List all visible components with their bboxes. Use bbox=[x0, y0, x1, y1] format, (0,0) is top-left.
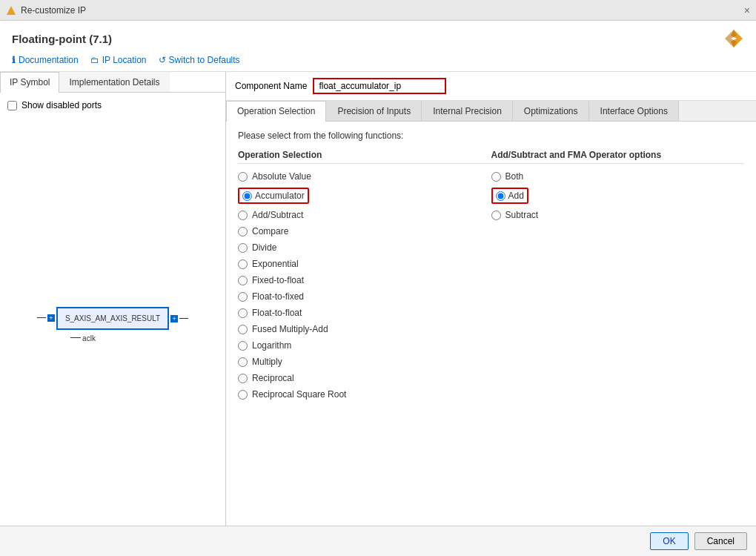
main-window: Floating-point (7.1) ℹ Documentation 🗀 I… bbox=[0, 21, 756, 556]
radio-compare-label: Compare bbox=[252, 226, 288, 236]
cancel-button[interactable]: Cancel bbox=[694, 532, 747, 550]
radio-multiply: Multiply bbox=[238, 357, 491, 367]
component-name-label: Component Name bbox=[235, 81, 307, 91]
window-header: Floating-point (7.1) ℹ Documentation 🗀 I… bbox=[0, 21, 756, 72]
op-col-header: Operation Selection bbox=[238, 150, 491, 164]
radio-fused-multiply-add: Fused Multiply-Add bbox=[238, 324, 491, 334]
right-port-plus: + bbox=[170, 315, 178, 322]
ok-button[interactable]: OK bbox=[650, 532, 688, 550]
radio-fixed-to-float-input[interactable] bbox=[238, 276, 248, 285]
radio-float-to-fixed: Float-to-fixed bbox=[238, 291, 491, 302]
radio-subtract: Subtract bbox=[491, 210, 745, 220]
operation-columns: Operation Selection Absolute Value Accum… bbox=[238, 150, 744, 406]
radio-logarithm: Logarithm bbox=[238, 340, 491, 351]
radio-reciprocal-input[interactable] bbox=[238, 374, 248, 383]
radio-float-to-fixed-input[interactable] bbox=[238, 292, 248, 302]
radio-fixed-to-float-label: Fixed-to-float bbox=[252, 275, 304, 285]
tab-precision-of-inputs[interactable]: Precision of Inputs bbox=[326, 101, 422, 121]
radio-reciprocal-square-root-input[interactable] bbox=[238, 390, 248, 400]
ip-block: S_AXIS_A M_AXIS_RESULT bbox=[56, 307, 169, 330]
accumulator-highlighted: Accumulator bbox=[238, 188, 309, 204]
xilinx-logo bbox=[723, 28, 744, 49]
radio-float-to-float: Float-to-float bbox=[238, 308, 491, 318]
radio-accumulator-input[interactable] bbox=[242, 191, 252, 201]
radio-add-subtract-label: Add/Subtract bbox=[252, 210, 303, 220]
info-icon: ℹ bbox=[12, 55, 16, 65]
titlebar-title: Re-customize IP bbox=[21, 5, 86, 16]
bottom-bar: OK Cancel bbox=[0, 526, 756, 556]
left-port-plus: + bbox=[47, 314, 55, 322]
radio-accumulator: Accumulator bbox=[238, 188, 491, 204]
radio-absolute-value: Absolute Value bbox=[238, 171, 491, 182]
left-tabs: IP Symbol Implementation Details bbox=[0, 72, 225, 93]
window-title-row: Floating-point (7.1) bbox=[12, 28, 744, 49]
app-icon bbox=[6, 5, 16, 16]
tab-implementation-details[interactable]: Implementation Details bbox=[59, 72, 169, 92]
radio-subtract-input[interactable] bbox=[491, 211, 501, 220]
radio-reciprocal: Reciprocal bbox=[238, 373, 491, 383]
ip-symbol-diagram: + S_AXIS_A M_AXIS_RESULT bbox=[7, 131, 218, 518]
please-select-text: Please select from the following functio… bbox=[238, 130, 744, 141]
radio-multiply-input[interactable] bbox=[238, 357, 248, 367]
tab-operation-selection[interactable]: Operation Selection bbox=[226, 101, 326, 122]
radio-float-to-fixed-label: Float-to-fixed bbox=[252, 291, 304, 302]
left-panel: IP Symbol Implementation Details Show di… bbox=[0, 72, 226, 526]
tab-ip-symbol[interactable]: IP Symbol bbox=[0, 72, 59, 93]
radio-subtract-label: Subtract bbox=[505, 210, 539, 220]
tab-internal-precision[interactable]: Internal Precision bbox=[422, 101, 513, 121]
show-disabled-checkbox[interactable] bbox=[7, 101, 17, 110]
radio-compare-input[interactable] bbox=[238, 227, 248, 236]
right-port-label: M_AXIS_RESULT bbox=[100, 314, 160, 322]
radio-accumulator-label: Accumulator bbox=[255, 191, 305, 201]
operation-selection-column: Operation Selection Absolute Value Accum… bbox=[238, 150, 491, 406]
radio-add-input[interactable] bbox=[496, 191, 505, 201]
radio-reciprocal-square-root: Reciprocal Square Root bbox=[238, 389, 491, 400]
radio-both-label: Both bbox=[505, 171, 524, 182]
radio-both-input[interactable] bbox=[491, 172, 501, 182]
tab-optimizations[interactable]: Optimizations bbox=[513, 101, 589, 121]
content-area: IP Symbol Implementation Details Show di… bbox=[0, 72, 756, 526]
radio-add-subtract-input[interactable] bbox=[238, 211, 248, 220]
radio-fused-multiply-add-label: Fused Multiply-Add bbox=[252, 324, 328, 334]
close-button[interactable]: × bbox=[744, 4, 750, 16]
radio-float-to-float-input[interactable] bbox=[238, 308, 248, 318]
radio-logarithm-input[interactable] bbox=[238, 341, 248, 351]
toolbar: ℹ Documentation 🗀 IP Location ↺ Switch t… bbox=[12, 55, 744, 71]
radio-add: Add bbox=[491, 188, 745, 204]
refresh-icon: ↺ bbox=[159, 55, 166, 65]
right-content: Please select from the following functio… bbox=[226, 122, 756, 526]
left-panel-content: Show disabled ports + bbox=[0, 93, 225, 526]
folder-icon: 🗀 bbox=[90, 55, 99, 65]
tab-interface-options[interactable]: Interface Options bbox=[589, 101, 679, 121]
radio-reciprocal-square-root-label: Reciprocal Square Root bbox=[252, 389, 346, 400]
left-port-label: S_AXIS_A bbox=[65, 314, 100, 322]
ip-location-link[interactable]: 🗀 IP Location bbox=[90, 55, 147, 65]
component-name-row: Component Name bbox=[226, 72, 756, 101]
switch-defaults-link[interactable]: ↺ Switch to Defaults bbox=[159, 55, 240, 65]
svg-marker-2 bbox=[725, 30, 737, 47]
documentation-link[interactable]: ℹ Documentation bbox=[12, 55, 79, 65]
radio-exponential-input[interactable] bbox=[238, 259, 248, 269]
radio-divide-input[interactable] bbox=[238, 243, 248, 253]
right-panel: Component Name Operation Selection Preci… bbox=[226, 72, 756, 526]
show-disabled-row: Show disabled ports bbox=[7, 100, 218, 110]
radio-logarithm-label: Logarithm bbox=[252, 340, 291, 351]
radio-multiply-label: Multiply bbox=[252, 357, 282, 367]
radio-divide-label: Divide bbox=[252, 242, 276, 253]
component-name-input[interactable] bbox=[313, 78, 446, 94]
show-disabled-label: Show disabled ports bbox=[21, 100, 102, 110]
radio-absolute-value-input[interactable] bbox=[238, 172, 248, 182]
radio-add-label: Add bbox=[508, 191, 524, 201]
radio-compare: Compare bbox=[238, 226, 491, 236]
radio-divide: Divide bbox=[238, 242, 491, 253]
window-title: Floating-point (7.1) bbox=[12, 33, 112, 45]
radio-exponential: Exponential bbox=[238, 259, 491, 269]
titlebar: Re-customize IP × bbox=[0, 0, 756, 21]
radio-fixed-to-float: Fixed-to-float bbox=[238, 275, 491, 285]
radio-add-subtract: Add/Subtract bbox=[238, 210, 491, 220]
radio-fused-multiply-add-input[interactable] bbox=[238, 325, 248, 334]
fma-options-column: Add/Subtract and FMA Operator options Bo… bbox=[491, 150, 745, 406]
radio-float-to-float-label: Float-to-float bbox=[252, 308, 302, 318]
right-tabs: Operation Selection Precision of Inputs … bbox=[226, 101, 756, 122]
svg-marker-0 bbox=[7, 6, 16, 15]
